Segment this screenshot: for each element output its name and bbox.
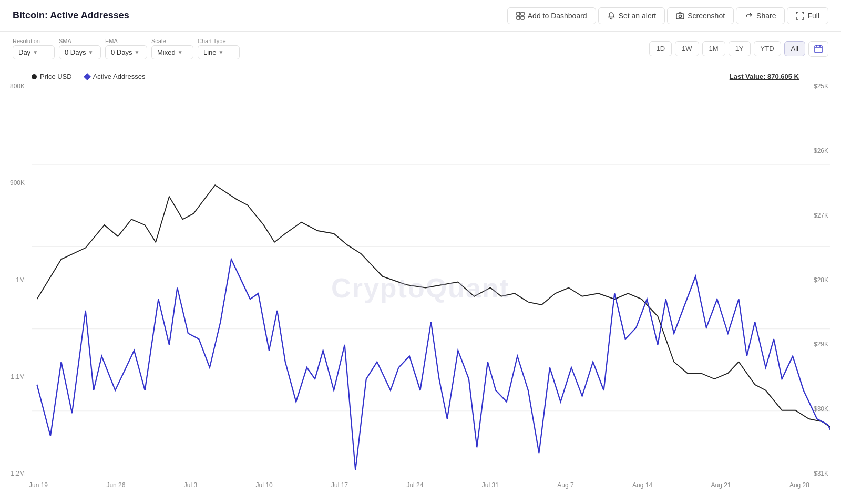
time-1d[interactable]: 1D bbox=[649, 41, 672, 56]
svg-rect-0 bbox=[517, 12, 520, 15]
time-ytd[interactable]: YTD bbox=[754, 41, 781, 56]
svg-point-5 bbox=[679, 15, 682, 17]
fullscreen-icon bbox=[796, 12, 804, 20]
time-1w[interactable]: 1W bbox=[675, 41, 699, 56]
share-icon bbox=[745, 12, 753, 20]
page-header: Bitcoin: Active Addresses Add to Dashboa… bbox=[0, 0, 841, 32]
active-addresses-label: Active Addresses bbox=[93, 73, 146, 80]
toolbar: Resolution Day ▼ SMA 0 Days ▼ EMA 0 Days… bbox=[0, 32, 841, 66]
price-dot bbox=[32, 74, 37, 79]
ema-arrow: ▼ bbox=[134, 49, 139, 55]
scale-select[interactable]: Mixed ▼ bbox=[151, 45, 193, 59]
set-alert-button[interactable]: Set an alert bbox=[598, 7, 665, 24]
time-all[interactable]: All bbox=[784, 41, 805, 56]
price-line bbox=[37, 185, 830, 427]
legend-active-addresses: Active Addresses bbox=[85, 73, 146, 80]
calendar-icon bbox=[814, 45, 823, 53]
svg-rect-6 bbox=[815, 46, 822, 53]
price-label: Price USD bbox=[40, 73, 72, 80]
chart-type-arrow: ▼ bbox=[219, 49, 224, 55]
scale-label: Scale bbox=[151, 38, 193, 44]
toolbar-right: 1D 1W 1M 1Y YTD All bbox=[649, 41, 828, 57]
time-1m[interactable]: 1M bbox=[702, 41, 725, 56]
last-value: Last Value: 870.605 K bbox=[730, 73, 799, 80]
y-axis-left: 1.2M 1.1M 1M 900K 800K bbox=[0, 83, 29, 477]
svg-rect-3 bbox=[521, 16, 524, 19]
active-addresses-line bbox=[37, 259, 830, 470]
active-addresses-diamond bbox=[84, 73, 91, 80]
ema-label: EMA bbox=[105, 38, 147, 44]
sma-group: SMA 0 Days ▼ bbox=[59, 38, 101, 59]
ema-group: EMA 0 Days ▼ bbox=[105, 38, 147, 59]
full-button[interactable]: Full bbox=[787, 7, 828, 24]
resolution-group: Resolution Day ▼ bbox=[13, 38, 55, 59]
scale-group: Scale Mixed ▼ bbox=[151, 38, 193, 59]
ema-select[interactable]: 0 Days ▼ bbox=[105, 45, 147, 59]
add-dashboard-button[interactable]: Add to Dashboard bbox=[507, 7, 596, 24]
dashboard-icon bbox=[516, 12, 525, 20]
x-axis: Jun 19 Jun 26 Jul 3 Jul 10 Jul 17 Jul 24… bbox=[29, 477, 809, 493]
scale-arrow: ▼ bbox=[178, 49, 183, 55]
resolution-select[interactable]: Day ▼ bbox=[13, 45, 55, 59]
resolution-label: Resolution bbox=[13, 38, 55, 44]
chart-type-group: Chart Type Line ▼ bbox=[198, 38, 240, 59]
share-button[interactable]: Share bbox=[736, 7, 785, 24]
calendar-button[interactable] bbox=[808, 41, 828, 57]
sma-label: SMA bbox=[59, 38, 101, 44]
y-axis-right: $31K $30K $29K $28K $27K $26K $25K bbox=[809, 83, 841, 477]
header-actions: Add to Dashboard Set an alert Screenshot… bbox=[507, 7, 828, 24]
camera-icon bbox=[676, 12, 684, 20]
chart-type-label: Chart Type bbox=[198, 38, 240, 44]
svg-rect-1 bbox=[521, 12, 524, 15]
svg-rect-4 bbox=[676, 14, 684, 19]
chart-container: CryptoQuant 1.2M 1.1M 1M 900K 800K $31K … bbox=[0, 83, 841, 493]
toolbar-left: Resolution Day ▼ SMA 0 Days ▼ EMA 0 Days… bbox=[13, 38, 240, 59]
time-1y[interactable]: 1Y bbox=[729, 41, 751, 56]
bell-icon bbox=[607, 12, 616, 20]
sma-arrow: ▼ bbox=[88, 49, 93, 55]
svg-rect-2 bbox=[517, 16, 520, 19]
chart-legend: Price USD Active Addresses Last Value: 8… bbox=[0, 66, 841, 83]
legend-price: Price USD bbox=[32, 73, 72, 80]
sma-select[interactable]: 0 Days ▼ bbox=[59, 45, 101, 59]
chart-area: Price USD Active Addresses Last Value: 8… bbox=[0, 66, 841, 502]
page-title: Bitcoin: Active Addresses bbox=[13, 10, 129, 21]
chart-svg bbox=[32, 83, 830, 493]
screenshot-button[interactable]: Screenshot bbox=[667, 7, 734, 24]
chart-type-select[interactable]: Line ▼ bbox=[198, 45, 240, 59]
resolution-arrow: ▼ bbox=[33, 49, 38, 55]
